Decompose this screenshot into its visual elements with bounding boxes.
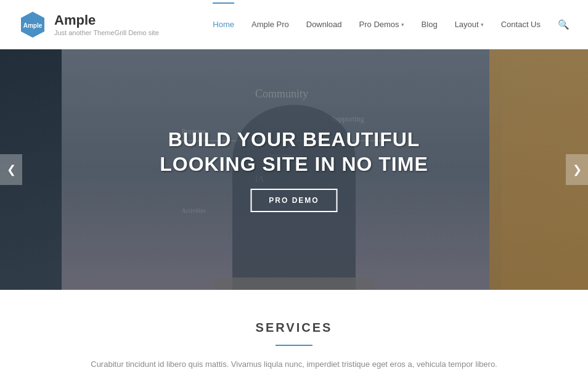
- nav-item-pro-demos[interactable]: Pro Demos ▾: [359, 2, 404, 46]
- services-section: SERVICES Curabitur tincidunt id libero q…: [0, 290, 588, 370]
- nav-item-ample-pro[interactable]: Ample Pro: [251, 2, 289, 46]
- services-title: SERVICES: [18, 321, 570, 335]
- nav-item-layout[interactable]: Layout ▾: [455, 2, 484, 46]
- site-header: Ample Ample Just another ThemeGrill Demo…: [0, 0, 588, 49]
- hero-title: BUILD YOUR BEAUTIFUL LOOKING SITE IN NO …: [147, 127, 441, 176]
- site-subtitle: Just another ThemeGrill Demo site: [54, 29, 159, 36]
- site-title: Ample: [54, 12, 159, 28]
- carousel-next-button[interactable]: ❯: [566, 154, 588, 185]
- nav-item-download[interactable]: Download: [306, 2, 342, 46]
- nav-item-contact-us[interactable]: Contact Us: [501, 2, 541, 46]
- pro-demos-dropdown-icon: ▾: [401, 22, 404, 28]
- svg-text:Ample: Ample: [23, 22, 43, 29]
- main-nav: Home Ample Pro Download Pro Demos ▾ Blog…: [213, 2, 570, 46]
- logo-text: Ample Just another ThemeGrill Demo site: [54, 12, 159, 36]
- services-description: Curabitur tincidunt id libero quis matti…: [78, 358, 510, 370]
- hero-cta-button[interactable]: PRO DEMO: [250, 189, 337, 212]
- services-divider: [276, 345, 312, 346]
- carousel-prev-button[interactable]: ❮: [0, 154, 22, 185]
- hero-section: Community Purpose Supporting Initiating …: [0, 49, 588, 290]
- logo-icon: Ample: [18, 10, 47, 39]
- nav-item-home[interactable]: Home: [213, 2, 234, 46]
- hero-content: BUILD YOUR BEAUTIFUL LOOKING SITE IN NO …: [147, 127, 441, 212]
- layout-dropdown-icon: ▾: [481, 22, 484, 28]
- search-icon[interactable]: 🔍: [558, 19, 570, 30]
- nav-item-blog[interactable]: Blog: [422, 2, 438, 46]
- logo-area[interactable]: Ample Ample Just another ThemeGrill Demo…: [18, 10, 159, 39]
